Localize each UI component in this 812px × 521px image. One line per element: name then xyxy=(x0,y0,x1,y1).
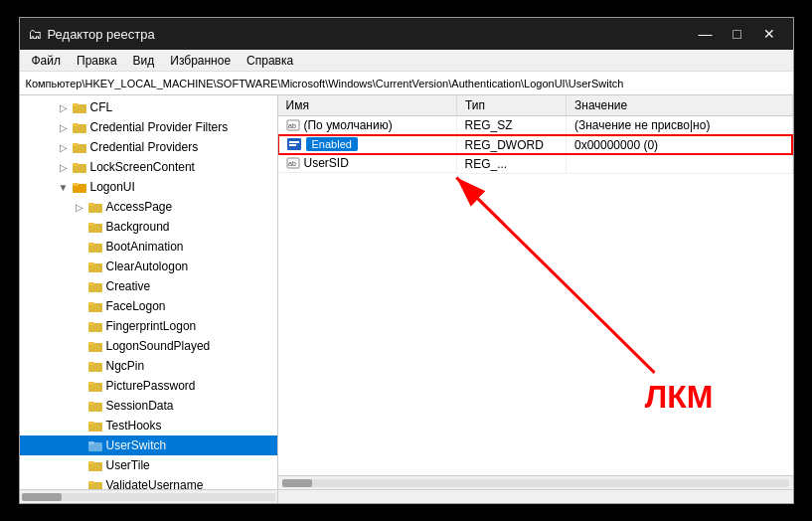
tree-label-cpf: Credential Provider Filters xyxy=(90,120,229,134)
tree-item-facelogon[interactable]: FaceLogon xyxy=(20,296,277,316)
detail-wrapper[interactable]: Имя Тип Значение ab (По умолчанию) xyxy=(278,95,793,475)
table-row-usersid[interactable]: ab UserSID REG_... xyxy=(278,154,793,173)
folder-icon-ngcpin xyxy=(87,359,103,373)
col-header-type[interactable]: Тип xyxy=(457,95,567,116)
svg-rect-21 xyxy=(88,302,94,305)
tree-item-cfl[interactable]: ▷ CFL xyxy=(20,97,277,117)
svg-rect-1 xyxy=(73,103,79,106)
tree-item-fingerprint[interactable]: FingerprintLogon xyxy=(20,316,277,336)
tree-item-bootanim[interactable]: BootAnimation xyxy=(20,237,277,257)
col-header-value[interactable]: Значение xyxy=(567,95,793,116)
tree-item-ngcpin[interactable]: NgcPin xyxy=(20,356,277,376)
tree-item-logonui[interactable]: ▼ LogonUI xyxy=(20,177,277,197)
entry-name: ab (По умолчанию) xyxy=(278,116,457,135)
folder-icon-sessiondata xyxy=(87,399,103,413)
folder-icon-lsc xyxy=(72,160,87,174)
svg-text:ab: ab xyxy=(288,122,296,129)
menu-favorites[interactable]: Избранное xyxy=(162,52,239,70)
tree-item-clearauto[interactable]: ClearAutologon xyxy=(20,257,277,276)
expander-usertile xyxy=(72,460,87,471)
table-row[interactable]: ab (По умолчанию) REG_SZ (Значение не пр… xyxy=(278,116,793,136)
menu-view[interactable]: Вид xyxy=(125,52,163,70)
menu-help[interactable]: Справка xyxy=(239,52,301,70)
app-icon: 🗂 xyxy=(28,26,42,42)
detail-hscrollbar2[interactable] xyxy=(278,490,793,503)
tree-label-accesspage: AccessPage xyxy=(106,200,173,214)
breadcrumb: Компьютер\HKEY_LOCAL_MACHINE\SOFTWARE\Mi… xyxy=(20,72,793,95)
folder-icon-logonsound xyxy=(87,339,103,353)
tree-label-usertile: UserTile xyxy=(106,458,150,472)
expander-cpf: ▷ xyxy=(56,122,72,133)
entry-value-usersid xyxy=(567,154,793,173)
tree-item-accesspage[interactable]: ▷ AccessPage xyxy=(20,197,277,217)
window-controls: — □ ✕ xyxy=(690,22,785,46)
tree-item-testhooks[interactable]: TestHooks xyxy=(20,416,277,435)
expander-creative xyxy=(72,281,87,292)
registry-table: Имя Тип Значение ab (По умолчанию) xyxy=(278,95,793,174)
svg-rect-13 xyxy=(88,223,94,226)
tree-item-usertile[interactable]: UserTile xyxy=(20,455,277,475)
tree-item-logonsound[interactable]: LogonSoundPlayed xyxy=(20,336,277,356)
detail-hscrollbar[interactable] xyxy=(278,475,793,489)
expander-logonsound xyxy=(72,341,87,352)
reg-sz-icon: ab xyxy=(286,119,300,131)
entry-name-usersid-text: UserSID xyxy=(304,156,349,170)
tree-label-ngcpin: NgcPin xyxy=(106,359,145,373)
svg-rect-29 xyxy=(88,382,94,385)
tree-item-cpf[interactable]: ▷ Credential Provider Filters xyxy=(20,117,277,137)
svg-rect-31 xyxy=(88,402,94,405)
lkm-annotation: ЛКМ xyxy=(645,379,714,416)
tree-item-cp[interactable]: ▷ Credential Providers xyxy=(20,137,277,157)
folder-icon-cp xyxy=(72,140,87,154)
folder-icon-fingerprint xyxy=(87,319,103,333)
entry-name-usersid: ab UserSID xyxy=(278,154,457,173)
minimize-button[interactable]: — xyxy=(690,22,722,46)
content-area: ▷ CFL ▷ Credential Provider Filters ▷ xyxy=(20,95,793,489)
maximize-button[interactable]: □ xyxy=(722,22,753,46)
tree-item-creative[interactable]: Creative xyxy=(20,276,277,296)
expander-picturepw xyxy=(72,381,87,392)
detail-pane: Имя Тип Значение ab (По умолчанию) xyxy=(278,95,793,489)
folder-icon-cfl xyxy=(72,100,87,114)
folder-icon-accesspage xyxy=(87,200,103,214)
svg-text:ab: ab xyxy=(288,160,296,167)
tree-item-userswitch[interactable]: UserSwitch xyxy=(20,435,277,455)
svg-line-48 xyxy=(456,178,654,373)
menu-edit[interactable]: Правка xyxy=(69,52,125,70)
tree-label-picturepw: PicturePassword xyxy=(106,379,196,393)
menu-file[interactable]: Файл xyxy=(24,52,70,70)
tree-item-sessiondata[interactable]: SessionData xyxy=(20,396,277,416)
tree-pane[interactable]: ▷ CFL ▷ Credential Provider Filters ▷ xyxy=(20,95,278,489)
tree-item-picturepw[interactable]: PicturePassword xyxy=(20,376,277,396)
svg-rect-35 xyxy=(88,441,94,444)
table-row-enabled[interactable]: Enabled REG_DWORD 0x00000000 (0) xyxy=(278,135,793,154)
tree-label-validateusername: ValidateUsername xyxy=(106,478,204,489)
expander-background xyxy=(72,222,87,233)
expander-sessiondata xyxy=(72,401,87,412)
tree-label-logonsound: LogonSoundPlayed xyxy=(106,339,211,353)
expander-logonui: ▼ xyxy=(56,182,72,193)
folder-icon-userswitch xyxy=(87,438,103,452)
tree-item-background[interactable]: Background xyxy=(20,217,277,237)
tree-item-lsc[interactable]: ▷ LockScreenContent xyxy=(20,157,277,177)
expander-facelogon xyxy=(72,301,87,312)
folder-icon-creative xyxy=(87,279,103,293)
svg-rect-25 xyxy=(88,342,94,345)
expander-userswitch xyxy=(72,440,87,451)
svg-rect-39 xyxy=(88,481,94,484)
expander-clearauto xyxy=(72,261,87,272)
tree-hscrollbar[interactable] xyxy=(20,490,278,503)
tree-label-clearauto: ClearAutologon xyxy=(106,260,189,273)
close-button[interactable]: ✕ xyxy=(753,22,785,46)
svg-rect-3 xyxy=(73,123,79,126)
bottom-scrollbar-row xyxy=(20,489,793,503)
tree-label-bootanim: BootAnimation xyxy=(106,240,184,254)
tree-label-facelogon: FaceLogon xyxy=(106,299,166,313)
tree-item-validateusername[interactable]: ValidateUsername xyxy=(20,475,277,489)
window-title: Редактор реестра xyxy=(48,27,690,42)
expander-testhooks xyxy=(72,421,87,432)
entry-name-text: (По умолчанию) xyxy=(304,118,393,132)
col-header-name[interactable]: Имя xyxy=(278,95,457,116)
reg-dword-icon xyxy=(286,137,302,151)
entry-value: (Значение не присво|но) xyxy=(567,116,793,136)
